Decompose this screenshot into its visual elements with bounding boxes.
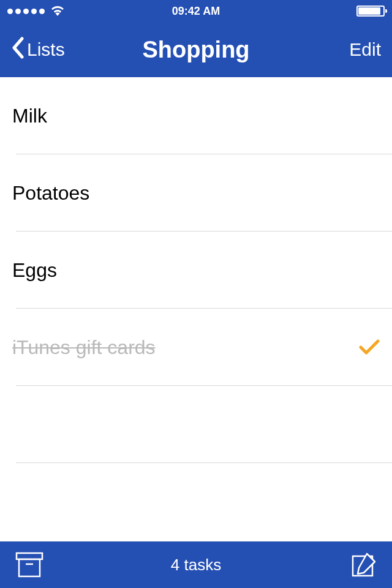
edit-button[interactable]: Edit [349, 39, 381, 60]
task-list: MilkPotatoesEggsiTunes gift cards [0, 77, 392, 541]
task-label: Milk [12, 105, 47, 127]
back-label: Lists [27, 39, 65, 60]
wifi-icon [51, 6, 64, 16]
signal-strength-icon [7, 9, 45, 14]
empty-row [0, 386, 392, 463]
task-label: Eggs [12, 259, 57, 282]
status-bar: 09:42 AM [0, 0, 392, 22]
task-label: Potatoes [12, 182, 89, 205]
archive-icon [15, 551, 44, 578]
battery-icon [356, 6, 385, 17]
task-label: iTunes gift cards [12, 336, 156, 359]
task-row[interactable]: iTunes gift cards [0, 309, 392, 386]
task-count-label: 4 tasks [0, 556, 392, 575]
chevron-left-icon [11, 36, 24, 63]
svg-rect-1 [19, 559, 40, 576]
back-button[interactable]: Lists [11, 36, 65, 63]
task-row[interactable]: Milk [0, 77, 392, 154]
navigation-bar: Lists Shopping Edit [0, 22, 392, 77]
archive-button[interactable] [15, 551, 44, 578]
toolbar: 4 tasks [0, 541, 392, 588]
compose-button[interactable] [350, 551, 377, 578]
task-row[interactable]: Potatoes [0, 154, 392, 232]
checkmark-icon [359, 339, 380, 355]
svg-rect-0 [17, 553, 42, 559]
compose-icon [350, 551, 377, 578]
status-left [7, 6, 64, 16]
task-row[interactable]: Eggs [0, 232, 392, 309]
